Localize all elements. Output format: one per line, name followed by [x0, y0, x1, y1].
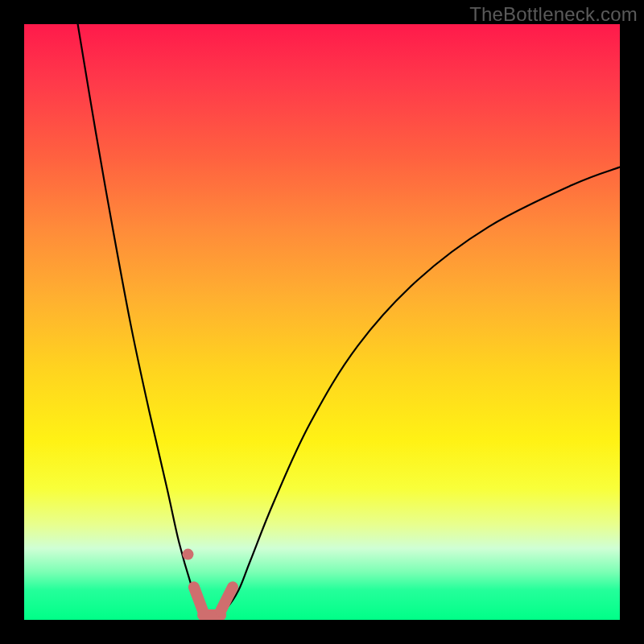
seg-c [221, 587, 233, 611]
chart-svg [24, 24, 620, 620]
marker-layer [183, 549, 233, 615]
plot-area [24, 24, 620, 620]
watermark-text: TheBottleneck.com [469, 3, 638, 26]
chart-frame: TheBottleneck.com [0, 0, 644, 644]
bottleneck-curve [78, 24, 620, 618]
seg-a [194, 587, 203, 611]
dot-left [183, 549, 194, 560]
